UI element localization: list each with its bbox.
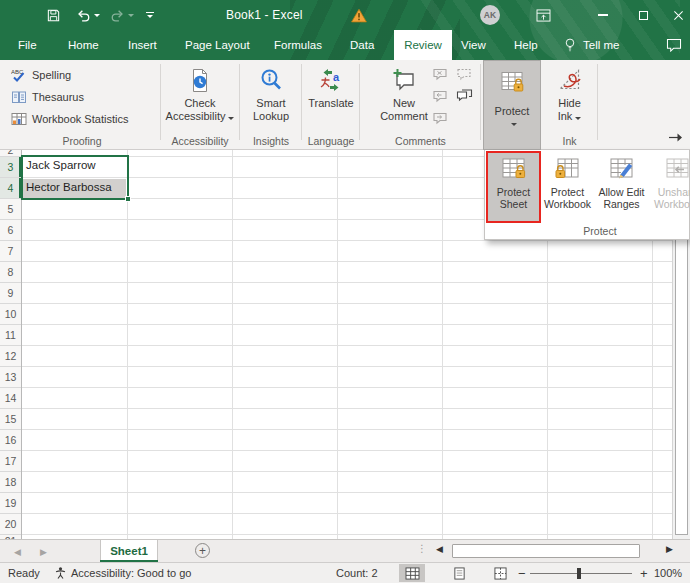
- tab-formulas[interactable]: Formulas: [274, 30, 322, 60]
- hide-ink-icon: [557, 66, 583, 94]
- undo-chevron-icon[interactable]: [94, 14, 100, 17]
- tab-scrollbar-splitter[interactable]: ⋮: [417, 543, 426, 554]
- protect-label: Protect: [495, 105, 530, 118]
- grid-row[interactable]: [22, 472, 672, 493]
- grid-row[interactable]: [22, 283, 672, 304]
- sheet-tab-bar: ◀ ▶ Sheet1 + ⋮ ◀ ▶: [0, 539, 690, 562]
- protect-button[interactable]: Protect: [483, 60, 541, 150]
- grid-row[interactable]: [22, 430, 672, 451]
- hide-ink-button[interactable]: Hide Ink: [545, 61, 594, 135]
- share-comments-button[interactable]: [666, 30, 682, 60]
- previous-sheet-button[interactable]: ◀: [14, 540, 21, 563]
- row-header[interactable]: 7: [0, 241, 21, 262]
- grid-row[interactable]: [22, 241, 672, 262]
- convert-comment-button[interactable]: [455, 66, 473, 82]
- zoom-out-button[interactable]: −: [518, 563, 526, 583]
- row-header[interactable]: 19: [0, 493, 21, 514]
- maximize-button[interactable]: [630, 0, 656, 30]
- page-layout-view-button[interactable]: [446, 564, 472, 582]
- zoom-level[interactable]: 100%: [654, 563, 682, 583]
- normal-view-button[interactable]: [399, 564, 425, 582]
- workbook-statistics-icon: [11, 111, 27, 127]
- grid-row[interactable]: [22, 388, 672, 409]
- row-header[interactable]: 15: [0, 409, 21, 430]
- workbook-statistics-button[interactable]: Workbook Statistics: [8, 109, 131, 129]
- spelling-button[interactable]: ABC Spelling: [8, 65, 74, 85]
- hscroll-right-button[interactable]: ▶: [666, 544, 673, 554]
- check-accessibility-button[interactable]: Check Accessibility: [165, 61, 235, 135]
- page-break-preview-button[interactable]: [487, 564, 513, 582]
- allow-edit-ranges-line2: Ranges: [603, 198, 639, 210]
- row-header[interactable]: 16: [0, 430, 21, 451]
- previous-comment-button[interactable]: [431, 88, 449, 104]
- quick-access-toolbar-button[interactable]: [146, 0, 154, 30]
- next-comment-button[interactable]: [431, 110, 449, 126]
- allow-edit-ranges-button[interactable]: Allow Edit Ranges: [596, 153, 647, 221]
- grid-row[interactable]: [22, 409, 672, 430]
- grid-row[interactable]: [22, 325, 672, 346]
- row-header[interactable]: 14: [0, 388, 21, 409]
- page-break-preview-icon: [493, 567, 508, 580]
- row-header[interactable]: 3: [0, 157, 21, 178]
- row-header[interactable]: 17: [0, 451, 21, 472]
- zoom-slider-track[interactable]: [530, 573, 632, 574]
- row-header[interactable]: 20: [0, 514, 21, 535]
- row-header[interactable]: 4: [0, 178, 21, 199]
- delete-comment-button[interactable]: [431, 66, 449, 82]
- horizontal-scrollbar-thumb[interactable]: [452, 544, 640, 558]
- translate-button[interactable]: a Translate: [304, 61, 358, 135]
- tab-page-layout[interactable]: Page Layout: [185, 30, 250, 60]
- tab-view[interactable]: View: [461, 30, 486, 60]
- row-header[interactable]: 11: [0, 325, 21, 346]
- grid-row[interactable]: [22, 262, 672, 283]
- new-sheet-button[interactable]: +: [195, 543, 210, 558]
- fill-handle[interactable]: [125, 196, 131, 202]
- zoom-in-button[interactable]: +: [640, 563, 648, 583]
- row-header[interactable]: 8: [0, 262, 21, 283]
- close-button[interactable]: [667, 0, 690, 30]
- row-header[interactable]: 12: [0, 346, 21, 367]
- protect-sheet-button[interactable]: Protect Sheet: [488, 153, 539, 221]
- grid-row[interactable]: [22, 514, 672, 535]
- grid-row[interactable]: [22, 346, 672, 367]
- tab-file[interactable]: File: [18, 30, 37, 60]
- tell-me-button[interactable]: Tell me: [564, 30, 619, 60]
- grid-row[interactable]: [22, 493, 672, 514]
- warning-button[interactable]: [351, 0, 367, 30]
- grid-column-line: [127, 150, 128, 539]
- tab-home[interactable]: Home: [68, 30, 99, 60]
- row-header[interactable]: 6: [0, 220, 21, 241]
- show-comments-button[interactable]: [455, 88, 473, 104]
- status-count[interactable]: Count: 2: [336, 563, 378, 583]
- thesaurus-button[interactable]: Thesaurus: [8, 87, 87, 107]
- new-comment-button[interactable]: New Comment: [378, 61, 430, 135]
- protect-workbook-button[interactable]: Protect Workbook: [542, 153, 593, 221]
- minimize-button[interactable]: [590, 0, 616, 30]
- grid-row[interactable]: [22, 304, 672, 325]
- grid-row[interactable]: [22, 451, 672, 472]
- tab-review[interactable]: Review: [394, 30, 452, 60]
- tab-help[interactable]: Help: [514, 30, 538, 60]
- redo-button[interactable]: [110, 0, 134, 30]
- row-header[interactable]: 13: [0, 367, 21, 388]
- save-button[interactable]: [46, 0, 61, 30]
- accessibility-status-button[interactable]: Accessibility: Good to go: [54, 563, 191, 583]
- spelling-icon: ABC: [11, 67, 27, 83]
- tab-insert[interactable]: Insert: [128, 30, 157, 60]
- row-header[interactable]: 9: [0, 283, 21, 304]
- hscroll-left-button[interactable]: ◀: [436, 544, 443, 554]
- sheet-tab-sheet1[interactable]: Sheet1: [100, 540, 158, 562]
- next-sheet-button[interactable]: ▶: [40, 540, 47, 563]
- tab-data[interactable]: Data: [350, 30, 374, 60]
- row-header[interactable]: 5: [0, 199, 21, 220]
- undo-button[interactable]: [76, 0, 100, 30]
- ribbon-display-options-button[interactable]: [536, 0, 551, 30]
- account-button[interactable]: AK: [480, 0, 500, 30]
- zoom-slider-thumb[interactable]: [577, 568, 581, 579]
- row-header[interactable]: 10: [0, 304, 21, 325]
- row-header[interactable]: 2: [0, 150, 21, 157]
- grid-row[interactable]: [22, 367, 672, 388]
- smart-lookup-button[interactable]: Smart Lookup: [244, 61, 298, 135]
- ribbon-overflow-button[interactable]: [668, 132, 684, 143]
- row-header[interactable]: 18: [0, 472, 21, 493]
